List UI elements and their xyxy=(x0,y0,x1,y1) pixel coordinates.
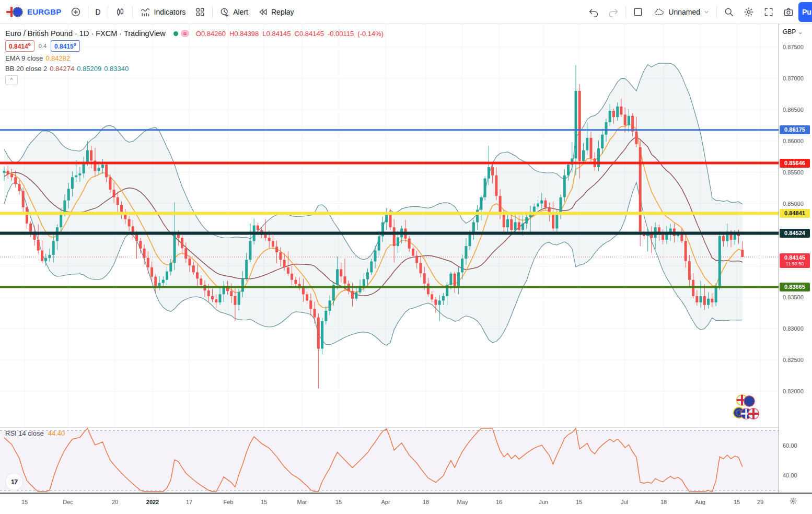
candle-body xyxy=(351,291,354,298)
candle-body xyxy=(616,107,619,117)
candle-body xyxy=(71,177,74,189)
time-axis-tick: 20 xyxy=(112,499,118,505)
candle-body xyxy=(120,205,123,212)
candle-body xyxy=(29,224,32,232)
collapse-legend-button[interactable]: ^ xyxy=(5,75,18,85)
candle-body xyxy=(700,296,702,302)
symbol-name: EURGBP xyxy=(27,7,61,16)
alert-clock-icon xyxy=(219,7,230,17)
approx-toggle-icon[interactable]: ≈ xyxy=(181,30,189,37)
sell-quote-button[interactable]: 0.84146 xyxy=(5,40,34,52)
candle-body xyxy=(484,179,486,197)
screenshot-button[interactable] xyxy=(779,3,798,21)
change-value: -0.00115 xyxy=(328,30,354,38)
candle-body xyxy=(412,249,414,256)
currency-selector[interactable]: GBP ⌄ xyxy=(783,28,803,36)
candle-body xyxy=(340,269,342,276)
candle-body xyxy=(317,318,320,349)
camera-icon xyxy=(783,7,794,17)
redo-button[interactable] xyxy=(604,3,623,21)
redo-icon xyxy=(608,7,619,17)
settings-button[interactable] xyxy=(739,3,759,21)
candle-body xyxy=(22,191,25,207)
symbol-add-button[interactable] xyxy=(66,3,86,21)
visibility-dot-icon[interactable] xyxy=(173,31,178,36)
layout-button[interactable] xyxy=(628,3,648,21)
interval-label: D xyxy=(95,8,100,16)
rsi-pane[interactable] xyxy=(0,427,779,493)
tradingview-logo[interactable]: 17 xyxy=(5,473,23,490)
candle-body xyxy=(370,261,373,272)
candle-body xyxy=(506,219,509,228)
time-axis[interactable]: 15Dec20202217Feb15Mar15Apr18May16Jun15Ju… xyxy=(0,494,779,514)
candle-body xyxy=(143,249,146,258)
price-level-badge[interactable]: 0.86175 xyxy=(780,125,810,134)
price-level-badge[interactable]: 0.84524 xyxy=(780,229,810,238)
candle-body xyxy=(105,165,108,177)
price-level-badge[interactable]: 0.85646 xyxy=(780,159,810,168)
current-price-axis-badge: 0.8414511:50:50 xyxy=(780,253,810,268)
quick-search-button[interactable] xyxy=(719,3,739,21)
quote-row: 0.84146 0.4 0.84150 xyxy=(5,40,384,52)
candle-body xyxy=(238,292,240,305)
toolbar-separator xyxy=(625,6,626,18)
indicator-templates-button[interactable] xyxy=(190,3,210,21)
ema-value: 0.84282 xyxy=(45,54,70,62)
candle-body xyxy=(366,272,369,279)
rsi-legend-row[interactable]: RSI 14 close 44.40 xyxy=(5,429,65,437)
alert-button[interactable]: Alert xyxy=(215,3,253,21)
symbol-title[interactable]: Euro / British Pound · 1D · FXCM · Tradi… xyxy=(5,29,166,38)
current-price-badge: 0.84145 xyxy=(780,253,810,261)
undo-button[interactable] xyxy=(584,3,604,21)
price-axis-tick: 0.83000 xyxy=(783,325,804,332)
top-toolbar: EURGBP D Indicators xyxy=(0,0,812,24)
candle-body xyxy=(567,165,570,175)
chart-type-button[interactable] xyxy=(110,3,130,21)
toolbar-separator xyxy=(108,6,108,18)
candle-body xyxy=(283,260,286,267)
candle-body xyxy=(184,248,187,259)
price-level-badge[interactable]: 0.83665 xyxy=(780,283,810,291)
candle-body xyxy=(37,240,40,250)
fullscreen-button[interactable] xyxy=(759,3,779,21)
candle-body xyxy=(393,227,396,246)
time-axis-tick: 15 xyxy=(261,499,267,505)
candle-body xyxy=(48,255,51,258)
rsi-axis-tick: 60.00 xyxy=(783,442,797,449)
time-axis-tick: Jun xyxy=(539,499,548,505)
candle-body xyxy=(363,279,365,286)
candle-body xyxy=(241,278,244,291)
candle-body xyxy=(128,219,131,227)
candle-body xyxy=(219,294,222,302)
candle-body xyxy=(63,201,66,214)
candle-body xyxy=(192,265,195,272)
replay-button[interactable]: Replay xyxy=(253,3,299,21)
indicators-button[interactable]: Indicators xyxy=(135,3,191,21)
candle-body xyxy=(438,300,441,305)
time-axis-tick: 16 xyxy=(496,499,502,505)
candle-body xyxy=(302,288,305,294)
candle-body xyxy=(510,219,513,230)
axis-settings-gear-icon[interactable] xyxy=(789,497,797,507)
low-value: 0.84145 xyxy=(266,30,291,38)
candle-body xyxy=(166,272,168,280)
price-level-badge[interactable]: 0.84841 xyxy=(780,209,810,218)
candle-body xyxy=(90,150,92,161)
publish-button[interactable]: Pu xyxy=(798,2,812,22)
interval-button[interactable]: D xyxy=(90,3,105,21)
candle-body xyxy=(465,246,467,259)
candle-body xyxy=(44,258,47,261)
grid-templates-icon xyxy=(195,7,205,17)
bb-legend-row[interactable]: BB 20 close 2 0.84274 0.85209 0.83340 xyxy=(5,65,384,73)
price-axis[interactable]: GBP ⌄ 0.875000.870000.865000.860000.8550… xyxy=(779,24,812,493)
price-axis-tick: 0.87000 xyxy=(783,75,804,81)
save-layout-button[interactable]: Unnamed xyxy=(648,3,714,21)
buy-quote-button[interactable]: 0.84150 xyxy=(51,40,80,52)
time-axis-tick: Dec xyxy=(63,499,73,505)
symbol-button[interactable]: EURGBP xyxy=(0,3,66,21)
candle-body xyxy=(715,286,717,302)
time-axis-tick: 18 xyxy=(660,499,667,505)
pane-separator[interactable] xyxy=(0,427,779,428)
ema-legend-row[interactable]: EMA 9 close 0.84282 xyxy=(5,54,384,62)
fullscreen-icon xyxy=(763,7,774,17)
